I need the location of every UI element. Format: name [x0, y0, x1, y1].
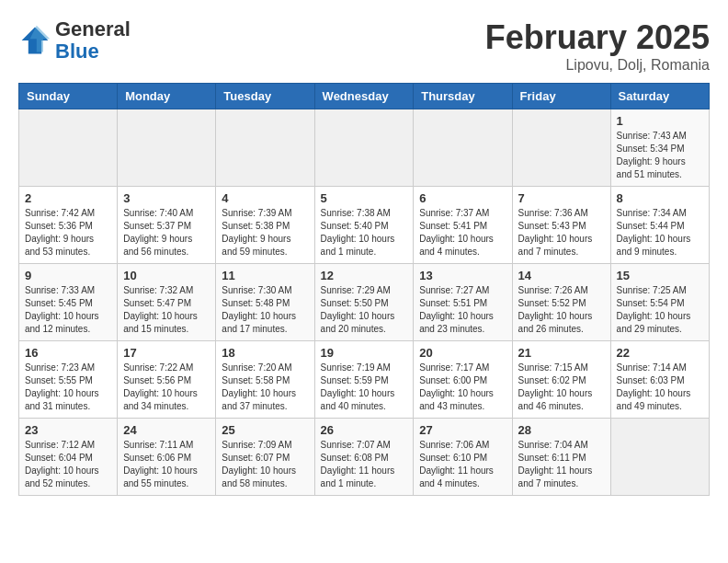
day-info: Sunrise: 7:33 AM Sunset: 5:45 PM Dayligh…: [25, 284, 111, 336]
week-row-2: 2Sunrise: 7:42 AM Sunset: 5:36 PM Daylig…: [19, 187, 710, 264]
day-info: Sunrise: 7:04 AM Sunset: 6:11 PM Dayligh…: [518, 439, 605, 490]
logo-icon: [18, 24, 51, 57]
day-info: Sunrise: 7:39 AM Sunset: 5:38 PM Dayligh…: [222, 207, 308, 259]
day-number: 26: [321, 423, 408, 437]
day-number: 8: [617, 191, 703, 205]
day-number: 18: [222, 346, 308, 360]
calendar-cell: 10Sunrise: 7:32 AM Sunset: 5:47 PM Dayli…: [118, 264, 216, 341]
day-number: 13: [419, 269, 506, 282]
calendar-cell: 18Sunrise: 7:20 AM Sunset: 5:58 PM Dayli…: [216, 341, 314, 419]
page-header: General Blue February 2025 Lipovu, Dolj,…: [18, 18, 710, 74]
day-number: 15: [617, 269, 703, 282]
calendar-cell: 26Sunrise: 7:07 AM Sunset: 6:08 PM Dayli…: [314, 419, 414, 496]
calendar-cell: 16Sunrise: 7:23 AM Sunset: 5:55 PM Dayli…: [19, 341, 118, 419]
day-info: Sunrise: 7:11 AM Sunset: 6:06 PM Dayligh…: [123, 439, 210, 490]
day-info: Sunrise: 7:34 AM Sunset: 5:44 PM Dayligh…: [617, 207, 703, 259]
weekday-header-row: SundayMondayTuesdayWednesdayThursdayFrid…: [19, 84, 710, 109]
calendar-cell: 23Sunrise: 7:12 AM Sunset: 6:04 PM Dayli…: [19, 419, 118, 496]
calendar-cell: 17Sunrise: 7:22 AM Sunset: 5:56 PM Dayli…: [118, 341, 216, 419]
week-row-4: 16Sunrise: 7:23 AM Sunset: 5:55 PM Dayli…: [19, 341, 710, 419]
day-info: Sunrise: 7:26 AM Sunset: 5:52 PM Dayligh…: [518, 284, 605, 336]
weekday-header-wednesday: Wednesday: [314, 84, 414, 109]
week-row-3: 9Sunrise: 7:33 AM Sunset: 5:45 PM Daylig…: [19, 264, 710, 341]
weekday-header-sunday: Sunday: [19, 84, 118, 109]
day-info: Sunrise: 7:42 AM Sunset: 5:36 PM Dayligh…: [25, 207, 111, 259]
calendar-cell: 14Sunrise: 7:26 AM Sunset: 5:52 PM Dayli…: [512, 264, 610, 341]
day-number: 10: [123, 269, 210, 282]
logo-text: General Blue: [55, 18, 131, 63]
calendar-cell: [19, 109, 118, 187]
day-info: Sunrise: 7:15 AM Sunset: 6:02 PM Dayligh…: [518, 362, 605, 413]
day-info: Sunrise: 7:14 AM Sunset: 6:03 PM Dayligh…: [617, 362, 703, 413]
calendar-cell: 9Sunrise: 7:33 AM Sunset: 5:45 PM Daylig…: [19, 264, 118, 341]
calendar-cell: [118, 109, 216, 187]
day-info: Sunrise: 7:17 AM Sunset: 6:00 PM Dayligh…: [419, 362, 506, 413]
day-info: Sunrise: 7:37 AM Sunset: 5:41 PM Dayligh…: [419, 207, 506, 259]
weekday-header-saturday: Saturday: [610, 84, 709, 109]
day-number: 28: [518, 423, 605, 437]
day-number: 14: [518, 269, 605, 282]
day-number: 2: [25, 191, 111, 205]
day-number: 19: [321, 346, 408, 360]
calendar-cell: 2Sunrise: 7:42 AM Sunset: 5:36 PM Daylig…: [19, 187, 118, 264]
day-info: Sunrise: 7:12 AM Sunset: 6:04 PM Dayligh…: [25, 439, 111, 490]
title-block: February 2025 Lipovu, Dolj, Romania: [485, 18, 710, 74]
day-number: 20: [419, 346, 506, 360]
calendar-cell: [314, 109, 414, 187]
calendar-cell: 12Sunrise: 7:29 AM Sunset: 5:50 PM Dayli…: [314, 264, 414, 341]
day-info: Sunrise: 7:38 AM Sunset: 5:40 PM Dayligh…: [321, 207, 408, 259]
day-info: Sunrise: 7:07 AM Sunset: 6:08 PM Dayligh…: [321, 439, 408, 490]
calendar-cell: 27Sunrise: 7:06 AM Sunset: 6:10 PM Dayli…: [414, 419, 512, 496]
day-info: Sunrise: 7:23 AM Sunset: 5:55 PM Dayligh…: [25, 362, 111, 413]
day-info: Sunrise: 7:06 AM Sunset: 6:10 PM Dayligh…: [419, 439, 506, 490]
calendar-cell: 1Sunrise: 7:43 AM Sunset: 5:34 PM Daylig…: [610, 109, 709, 187]
weekday-header-monday: Monday: [118, 84, 216, 109]
calendar-cell: 15Sunrise: 7:25 AM Sunset: 5:54 PM Dayli…: [610, 264, 709, 341]
day-number: 1: [617, 114, 703, 128]
calendar-cell: 22Sunrise: 7:14 AM Sunset: 6:03 PM Dayli…: [610, 341, 709, 419]
day-number: 7: [518, 191, 605, 205]
calendar-cell: 24Sunrise: 7:11 AM Sunset: 6:06 PM Dayli…: [118, 419, 216, 496]
weekday-header-tuesday: Tuesday: [216, 84, 314, 109]
calendar-cell: 21Sunrise: 7:15 AM Sunset: 6:02 PM Dayli…: [512, 341, 610, 419]
calendar-cell: 11Sunrise: 7:30 AM Sunset: 5:48 PM Dayli…: [216, 264, 314, 341]
weekday-header-thursday: Thursday: [414, 84, 512, 109]
calendar-cell: [610, 419, 709, 496]
calendar-cell: 20Sunrise: 7:17 AM Sunset: 6:00 PM Dayli…: [414, 341, 512, 419]
calendar-cell: [414, 109, 512, 187]
calendar-table: SundayMondayTuesdayWednesdayThursdayFrid…: [18, 83, 710, 496]
day-info: Sunrise: 7:09 AM Sunset: 6:07 PM Dayligh…: [222, 439, 308, 490]
weekday-header-friday: Friday: [512, 84, 610, 109]
calendar-title: February 2025: [485, 18, 710, 57]
calendar-cell: 3Sunrise: 7:40 AM Sunset: 5:37 PM Daylig…: [118, 187, 216, 264]
calendar-cell: 4Sunrise: 7:39 AM Sunset: 5:38 PM Daylig…: [216, 187, 314, 264]
calendar-cell: 25Sunrise: 7:09 AM Sunset: 6:07 PM Dayli…: [216, 419, 314, 496]
day-number: 11: [222, 269, 308, 282]
day-info: Sunrise: 7:40 AM Sunset: 5:37 PM Dayligh…: [123, 207, 210, 259]
day-number: 6: [419, 191, 506, 205]
calendar-subtitle: Lipovu, Dolj, Romania: [485, 57, 710, 74]
week-row-1: 1Sunrise: 7:43 AM Sunset: 5:34 PM Daylig…: [19, 109, 710, 187]
calendar-cell: 6Sunrise: 7:37 AM Sunset: 5:41 PM Daylig…: [414, 187, 512, 264]
day-number: 3: [123, 191, 210, 205]
day-info: Sunrise: 7:25 AM Sunset: 5:54 PM Dayligh…: [617, 284, 703, 336]
calendar-cell: [512, 109, 610, 187]
day-info: Sunrise: 7:36 AM Sunset: 5:43 PM Dayligh…: [518, 207, 605, 259]
day-info: Sunrise: 7:22 AM Sunset: 5:56 PM Dayligh…: [123, 362, 210, 413]
day-info: Sunrise: 7:32 AM Sunset: 5:47 PM Dayligh…: [123, 284, 210, 336]
day-info: Sunrise: 7:27 AM Sunset: 5:51 PM Dayligh…: [419, 284, 506, 336]
logo: General Blue: [18, 18, 131, 63]
day-number: 23: [25, 423, 111, 437]
day-number: 22: [617, 346, 703, 360]
day-info: Sunrise: 7:43 AM Sunset: 5:34 PM Dayligh…: [617, 130, 703, 181]
day-info: Sunrise: 7:19 AM Sunset: 5:59 PM Dayligh…: [321, 362, 408, 413]
day-number: 24: [123, 423, 210, 437]
calendar-cell: [216, 109, 314, 187]
calendar-cell: 7Sunrise: 7:36 AM Sunset: 5:43 PM Daylig…: [512, 187, 610, 264]
day-number: 5: [321, 191, 408, 205]
day-info: Sunrise: 7:29 AM Sunset: 5:50 PM Dayligh…: [321, 284, 408, 336]
day-info: Sunrise: 7:20 AM Sunset: 5:58 PM Dayligh…: [222, 362, 308, 413]
day-number: 9: [25, 269, 111, 282]
calendar-cell: 19Sunrise: 7:19 AM Sunset: 5:59 PM Dayli…: [314, 341, 414, 419]
day-number: 4: [222, 191, 308, 205]
